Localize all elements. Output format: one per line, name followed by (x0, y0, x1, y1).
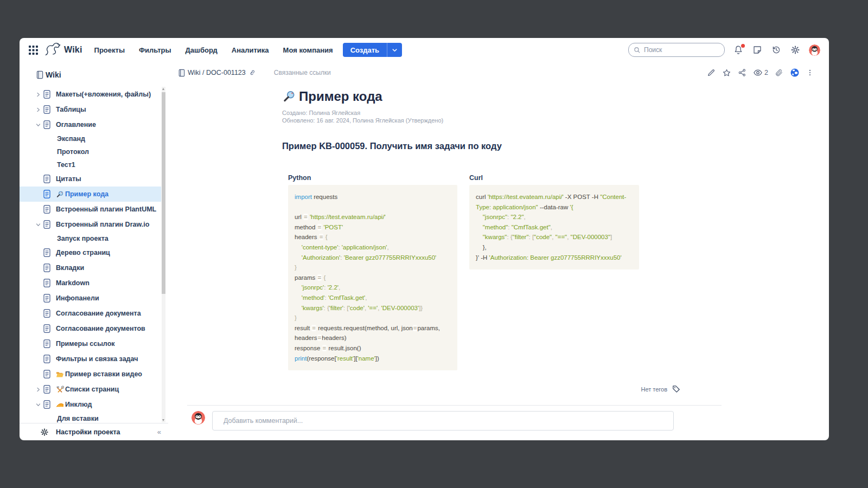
sidebar-item-label: Для вставки (57, 415, 99, 422)
code-line: 'Authorization': 'Bearer gzz077755RRRIYx… (295, 253, 451, 263)
nav-menu-item[interactable]: Аналитика (232, 46, 269, 54)
sidebar-item[interactable]: Фильтры и связка задач (20, 351, 161, 367)
code-block-label: Python (288, 174, 457, 182)
code-line: Type: application/json" --data-raw '{ (476, 202, 633, 213)
code-block[interactable]: import requestsurl = 'https://test.evate… (288, 185, 457, 370)
chevron-spacer (34, 370, 42, 378)
link-icon[interactable] (248, 69, 256, 76)
more-options-icon[interactable] (806, 68, 814, 77)
search-input[interactable]: Поиск (628, 43, 725, 57)
chevron-down-icon[interactable] (34, 400, 42, 409)
apps-grid-icon[interactable] (27, 44, 39, 56)
history-icon[interactable] (771, 44, 782, 55)
add-comment-input[interactable] (212, 411, 674, 431)
sidebar-item[interactable]: Тест1 (20, 158, 161, 171)
favorite-star-icon[interactable] (722, 68, 731, 78)
chevron-right-icon[interactable] (34, 105, 42, 114)
collapse-sidebar-button[interactable]: « (157, 428, 161, 436)
sidebar-item-label: Встроенный плагин PlantUML (56, 206, 156, 213)
edit-pencil-icon[interactable] (707, 68, 716, 77)
sidebar-item[interactable]: Согласование документов (20, 321, 161, 336)
views-eye-icon[interactable]: 2 (753, 68, 768, 78)
code-line: method = 'POST' (295, 222, 451, 233)
scrollbar-thumb[interactable] (162, 92, 165, 294)
scrollbar-down-arrow[interactable] (162, 419, 164, 421)
comment-user-avatar (192, 411, 205, 425)
share-icon[interactable] (738, 68, 746, 77)
sidebar-item[interactable]: Встроенный плагин PlantUML (20, 202, 161, 217)
nav-menu-item[interactable]: Дашборд (186, 46, 218, 54)
sidebar-item[interactable]: Оглавление (20, 117, 161, 132)
code-column-curl: Curlcurl 'https://test.evateam.ru/api/' … (469, 174, 639, 269)
sidebar-item[interactable]: Markdown (20, 275, 161, 291)
tag-icon[interactable] (672, 384, 681, 394)
sidebar-item[interactable]: Инфопанели (20, 291, 161, 306)
sidebar-item[interactable]: Пример вставки видео (20, 367, 161, 382)
document-toolbar: 2 (707, 68, 814, 78)
sidebar-item[interactable]: Таблицы (20, 102, 161, 117)
sidebar-item[interactable]: Цитаты (20, 171, 161, 187)
chevron-down-icon[interactable] (34, 220, 42, 229)
code-line: url = 'https://test.evateam.ru/api/' (295, 212, 451, 222)
nav-menu-item[interactable]: Фильтры (139, 46, 171, 54)
code-block-label: Curl (469, 174, 639, 182)
code-line: print(response['result']['name']) (295, 354, 451, 364)
sidebar-item-label: Инклюд (65, 401, 92, 408)
settings-gear-icon[interactable] (790, 44, 801, 55)
dino-logo-icon[interactable] (43, 43, 62, 57)
sidebar-item[interactable]: Запуск проекта (20, 232, 161, 245)
scrollbar-up-arrow[interactable] (162, 88, 164, 90)
sidebar-item[interactable]: Макеты(+вложения, файлы) (20, 87, 161, 102)
sidebar-item[interactable]: Примеры ссылок (20, 336, 161, 351)
comment-row (192, 411, 829, 431)
sidebar-item[interactable]: Для вставки (20, 412, 161, 423)
chevron-down-icon[interactable] (34, 120, 42, 129)
code-block[interactable]: curl 'https://test.evateam.ru/api/' -X P… (469, 185, 639, 269)
code-line: "kwargs": {"filter": ["code", "==", "DEV… (476, 232, 633, 242)
sidebar-scrollbar[interactable] (162, 87, 165, 422)
sidebar-item[interactable]: Списки страниц (20, 382, 161, 397)
code-line: }' -H 'Authorization: Bearer gzz077755RR… (476, 253, 633, 263)
notifications-bell-icon[interactable] (733, 44, 744, 55)
chevron-right-icon[interactable] (34, 90, 42, 99)
sidebar-item[interactable]: Встроенный плагин Draw.io (20, 217, 161, 232)
project-settings-gear-icon[interactable] (40, 428, 49, 436)
sidebar-item-label: Вкладки (56, 264, 84, 272)
navbar-right-group: Поиск (628, 43, 820, 57)
related-links-tab[interactable]: Связанные ссылки (274, 69, 331, 76)
document-icon (42, 339, 52, 349)
code-line: "jsonrpc": "2.2", (476, 212, 633, 222)
nav-menu-item[interactable]: Моя компания (283, 46, 333, 54)
sidebar-item[interactable]: Пример кода (20, 187, 161, 202)
chevron-spacer (34, 339, 42, 348)
document-meta: Создано: Полина Яглейская Обновлено: 16 … (282, 109, 722, 124)
sidebar-item-label: Экспанд (57, 135, 85, 143)
code-line: params = { (295, 273, 451, 283)
sidebar-item[interactable]: Согласование документа (20, 306, 161, 321)
sidebar-item-label: Пример вставки видео (65, 370, 142, 378)
sidebar-item[interactable]: Дерево страниц (20, 245, 161, 260)
code-line: 'method': 'CmfTask.get', (295, 293, 451, 303)
document-icon (42, 89, 52, 99)
breadcrumb-path: Wiki / DOC-001123 (188, 69, 246, 76)
nav-menu-item[interactable]: Проекты (94, 46, 125, 54)
create-dropdown-button[interactable] (387, 43, 402, 57)
user-avatar[interactable] (809, 44, 820, 56)
sidebar-item-label: Согласование документа (56, 310, 141, 317)
desktop-background: Wiki ПроектыФильтрыДашбордАналитикаМоя к… (0, 0, 868, 488)
project-settings-label[interactable]: Настройки проекта (56, 428, 120, 436)
chevron-right-icon[interactable] (34, 385, 42, 394)
breadcrumb[interactable]: Wiki / DOC-001123 (178, 69, 256, 77)
document-icon (42, 278, 52, 288)
sidebar-footer: Настройки проекта « (20, 423, 168, 440)
notes-icon[interactable] (752, 44, 763, 55)
sidebar-item[interactable]: Инклюд (20, 397, 161, 412)
attachment-paperclip-icon[interactable] (775, 68, 783, 77)
create-button[interactable]: Создать (343, 43, 387, 57)
public-globe-icon[interactable] (790, 68, 800, 78)
breadcrumb-row: Wiki / DOC-001123 Связанные ссылки (168, 62, 829, 84)
sidebar-item[interactable]: Протокол (20, 145, 161, 158)
sidebar-item[interactable]: Вкладки (20, 260, 161, 275)
sidebar-wiki-header[interactable]: Wiki (36, 70, 61, 79)
sidebar-item[interactable]: Экспанд (20, 132, 161, 145)
